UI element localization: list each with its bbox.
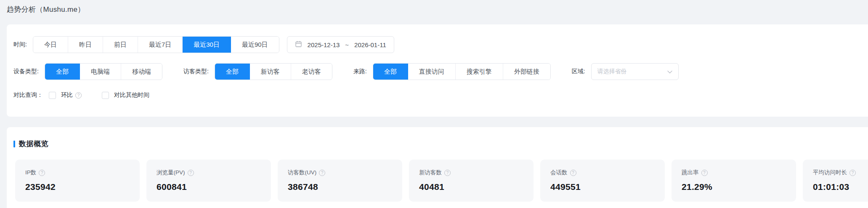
data-overview-panel: 数据概览 IP数 235942 浏览量(PV) 600841 访客数(UV) 3… [7, 127, 868, 208]
stat-value: 600841 [157, 182, 261, 192]
visitor-type-filter: 访客类型: 全部 新访客 老访客 [183, 63, 332, 80]
region-filter: 区域: 请选择省份 [572, 63, 679, 80]
visitor-option-all[interactable]: 全部 [215, 64, 250, 80]
page-title: 趋势分析（Mushu.me） [7, 5, 85, 14]
compare-ring-item: 环比 [49, 91, 82, 99]
compare-other-time-label: 对比其他时间 [114, 91, 149, 99]
stat-card-ip: IP数 235942 [15, 160, 140, 202]
stat-value: 01:01:03 [813, 182, 868, 192]
visitor-option-returning[interactable]: 老访客 [291, 64, 332, 80]
calendar-icon [295, 40, 302, 49]
date-range-end: 2026-01-11 [354, 41, 386, 48]
data-overview-title: 数据概览 [19, 139, 48, 149]
help-icon[interactable] [701, 170, 708, 176]
stat-label: 新访客数 [419, 169, 442, 176]
stat-card-avg-visit-duration: 平均访问时长 01:01:03 [803, 160, 868, 202]
stat-label: 平均访问时长 [813, 169, 847, 176]
source-option-search-engine[interactable]: 搜索引擎 [456, 64, 503, 80]
source-option-external-link[interactable]: 外部链接 [503, 64, 550, 80]
region-label: 区域: [572, 68, 585, 75]
time-range-group: 今日 昨日 前日 最近7日 最近30日 最近90日 [33, 36, 279, 53]
visitor-type-group: 全部 新访客 老访客 [215, 63, 332, 80]
stat-card-sessions: 会话数 449551 [540, 160, 665, 202]
stat-card-uv: 访客数(UV) 386748 [278, 160, 402, 202]
traffic-source-label: 来路: [353, 68, 367, 75]
compare-filter-row: 对比查询： 环比 对比其他时间 [13, 90, 868, 100]
chevron-down-icon [667, 68, 672, 75]
stat-label: 会话数 [550, 169, 568, 176]
stat-label: 访客数(UV) [288, 169, 316, 176]
help-icon[interactable] [75, 92, 82, 99]
stat-label: 浏览量(PV) [157, 169, 185, 176]
traffic-source-group: 全部 直接访问 搜索引擎 外部链接 [373, 63, 551, 80]
stat-value: 449551 [550, 182, 655, 192]
date-range-separator: ~ [345, 41, 349, 48]
time-option-last7days[interactable]: 最近7日 [138, 37, 183, 53]
help-icon[interactable] [849, 170, 856, 176]
province-select[interactable]: 请选择省份 [591, 63, 679, 80]
date-range-picker[interactable]: 2025-12-13 ~ 2026-01-11 [287, 36, 394, 53]
visitor-option-new[interactable]: 新访客 [250, 64, 291, 80]
compare-query-label: 对比查询： [13, 91, 43, 99]
device-type-filter: 设备类型: 全部 电脑端 移动端 [13, 63, 162, 80]
stat-card-pv: 浏览量(PV) 600841 [146, 160, 271, 202]
device-type-group: 全部 电脑端 移动端 [45, 63, 162, 80]
province-select-placeholder: 请选择省份 [597, 68, 627, 75]
device-option-desktop[interactable]: 电脑端 [80, 64, 121, 80]
stats-row: IP数 235942 浏览量(PV) 600841 访客数(UV) 386748… [15, 160, 868, 202]
time-option-yesterday[interactable]: 昨日 [68, 37, 103, 53]
ring-comparison-checkbox[interactable] [49, 92, 56, 99]
segment-filter-row: 设备类型: 全部 电脑端 移动端 访客类型: 全部 新访客 老访客 来路: 全部… [13, 63, 868, 80]
stat-value: 40481 [419, 182, 523, 192]
section-accent-bar [13, 141, 15, 147]
source-option-all[interactable]: 全部 [373, 64, 408, 80]
stat-card-bounce-rate: 跳出率 21.29% [672, 160, 796, 202]
compare-other-time-checkbox[interactable] [102, 92, 109, 99]
time-filter-row: 时间: 今日 昨日 前日 最近7日 最近30日 最近90日 2025-12-13… [13, 36, 868, 53]
device-type-label: 设备类型: [13, 68, 39, 75]
device-option-mobile[interactable]: 移动端 [121, 64, 162, 80]
filter-panel: 时间: 今日 昨日 前日 最近7日 最近30日 最近90日 2025-12-13… [7, 24, 868, 117]
help-icon[interactable] [570, 170, 576, 176]
date-range-start: 2025-12-13 [308, 41, 340, 48]
time-option-today[interactable]: 今日 [33, 37, 68, 53]
device-option-all[interactable]: 全部 [45, 64, 80, 80]
stat-value: 21.29% [682, 182, 786, 192]
time-option-day-before[interactable]: 前日 [103, 37, 138, 53]
source-option-direct[interactable]: 直接访问 [408, 64, 456, 80]
ring-comparison-label: 环比 [61, 91, 73, 99]
time-option-last90days[interactable]: 最近90日 [231, 37, 279, 53]
stat-card-new-visitors: 新访客数 40481 [409, 160, 534, 202]
help-icon[interactable] [188, 170, 194, 176]
stat-value: 386748 [288, 182, 392, 192]
time-option-last30days[interactable]: 最近30日 [183, 37, 231, 53]
help-icon[interactable] [444, 170, 451, 176]
time-filter-label: 时间: [13, 41, 27, 48]
stat-label: 跳出率 [682, 169, 699, 176]
traffic-source-filter: 来路: 全部 直接访问 搜索引擎 外部链接 [353, 63, 551, 80]
help-icon[interactable] [39, 170, 45, 176]
stat-value: 235942 [25, 182, 130, 192]
visitor-type-label: 访客类型: [183, 68, 209, 75]
data-overview-header: 数据概览 [13, 139, 868, 149]
compare-other-time-item: 对比其他时间 [102, 91, 149, 99]
help-icon[interactable] [319, 170, 325, 176]
stat-label: IP数 [25, 169, 36, 176]
